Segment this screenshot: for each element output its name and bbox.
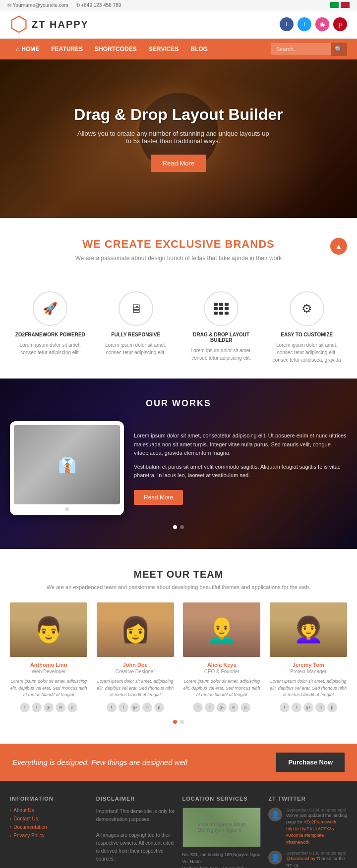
team4-linkedin-icon[interactable]: in [315, 703, 325, 712]
twitter-icon[interactable]: t [298, 17, 311, 31]
team-member-3: 👨‍🦲 Alicia Keys CEO & Founder Lorem ipsu… [183, 602, 260, 712]
tweet1-hashtag3[interactable]: #framework [286, 840, 309, 845]
svg-rect-1 [214, 303, 218, 306]
facebook-icon[interactable]: f [280, 17, 294, 31]
tweet1-link1[interactable]: #Zo2Framework [304, 819, 337, 824]
team1-pinterest-icon[interactable]: p [67, 703, 77, 712]
team1-google-icon[interactable]: g+ [44, 703, 54, 712]
nav-home[interactable]: ⌂ HOME [10, 39, 45, 59]
works-title: OUR WORKS [10, 398, 347, 409]
team2-linkedin-icon[interactable]: in [142, 703, 152, 712]
pinterest-icon[interactable]: p [333, 17, 347, 31]
team-name-2: John Doe [97, 662, 174, 668]
footer-map[interactable]: View on Google Maps169 Nguyen Ngoc V [182, 808, 261, 847]
brands-title-highlight: EXCLUSIVE [155, 238, 222, 250]
feature-dragdrop-icon [204, 291, 238, 326]
tweet1-avatar: 👤 [268, 808, 282, 821]
team-photo-img-3: 👨‍🦲 [183, 602, 260, 657]
feature-customize-title: EASY TO CUSTOMIZE [269, 332, 345, 337]
svg-rect-4 [214, 307, 218, 310]
scroll-top-button[interactable]: ▲ [330, 238, 347, 255]
team2-google-icon[interactable]: g+ [130, 703, 140, 712]
footer-link-docs[interactable]: Documentation [10, 824, 89, 830]
team2-pinterest-icon[interactable]: p [154, 703, 164, 712]
brands-subtitle: We are a passionate about design bunch o… [10, 255, 347, 262]
tweet1-link2[interactable]: http://zt.ly/PXUL6FTX3s [286, 826, 334, 831]
team1-linkedin-icon[interactable]: in [56, 703, 65, 712]
svg-rect-5 [219, 307, 223, 310]
team2-twitter-icon[interactable]: t [119, 703, 128, 712]
works-body2: Vestibulum et purus sit amet velit commo… [134, 463, 347, 480]
team4-facebook-icon[interactable]: f [280, 703, 290, 712]
flag-us[interactable] [341, 2, 350, 8]
works-dot-1[interactable] [173, 525, 177, 529]
hero-section: Drag & Drop Layout Builder Allows you to… [0, 59, 357, 218]
search-button[interactable]: 🔍 [331, 43, 347, 56]
feature-responsive-text: Lorem ipsum dolor sit amet, consec tetur… [98, 341, 174, 356]
team-title: MEET OUR TEAM [10, 569, 347, 580]
team3-twitter-icon[interactable]: t [205, 703, 215, 712]
hero-read-more-button[interactable]: Read More [151, 155, 206, 172]
team4-twitter-icon[interactable]: t [292, 703, 301, 712]
dribbble-icon[interactable]: ◉ [315, 17, 329, 31]
logo-text: ZT HAPPY [32, 19, 89, 30]
team1-twitter-icon[interactable]: t [32, 703, 42, 712]
team-name-1: Anthonio Linn [10, 662, 87, 668]
header: ZT HAPPY f t ◉ p [0, 10, 357, 39]
feature-zo2-title: ZO2FRAMEWORK POWERED [12, 332, 88, 337]
nav-blog[interactable]: BLOG [184, 39, 214, 59]
footer-link-contact[interactable]: Contact Us [10, 816, 89, 821]
language-flags [330, 2, 350, 8]
logo[interactable]: ZT HAPPY [10, 15, 89, 33]
works-pagination [10, 525, 347, 529]
search-input[interactable] [271, 43, 331, 55]
features-section: 🚀 ZO2FRAMEWORK POWERED Lorem ipsum dolor… [0, 281, 357, 379]
nav-services[interactable]: SERVICES [143, 39, 184, 59]
brands-title-pre: WE CREATE [82, 238, 155, 250]
tweet1-hashtag1[interactable]: #Joomla [286, 833, 303, 838]
team-page-dot-1[interactable] [173, 720, 177, 724]
nav-features[interactable]: FEATURES [45, 39, 89, 59]
footer-link-about[interactable]: About Us [10, 808, 89, 813]
feature-customize-text: Lorem ipsum dolor sit amet, consec tetur… [269, 341, 345, 364]
svg-rect-3 [225, 303, 229, 306]
feature-responsive-icon: 🖥 [119, 291, 153, 326]
feature-customize-icon: ⚙ [290, 291, 324, 326]
team-page-dot-2[interactable] [180, 720, 184, 724]
brands-title-post: BRANDS [221, 238, 274, 250]
purchase-now-button[interactable]: Purchase Now [276, 753, 345, 772]
team-members: 👨 Anthonio Linn Web Developer Lorem ipsu… [10, 602, 347, 712]
team-section: MEET OUR TEAM We are an experienced team… [0, 549, 357, 744]
flag-brazil[interactable] [330, 2, 339, 8]
svg-rect-2 [219, 303, 223, 306]
works-dot-2[interactable] [180, 525, 184, 529]
nav-shortcodes[interactable]: SHORTCODES [89, 39, 143, 59]
team2-facebook-icon[interactable]: f [107, 703, 117, 712]
works-read-more-button[interactable]: Read More [134, 490, 183, 505]
footer-link-privacy[interactable]: Privacy Policy [10, 833, 89, 838]
team-photo-1: 👨 [10, 602, 87, 657]
svg-marker-0 [12, 16, 26, 32]
team4-pinterest-icon[interactable]: p [327, 703, 337, 712]
hero-content: Drag & Drop Layout Builder Allows you to… [64, 96, 293, 182]
team-social-4: f t g+ in p [270, 703, 347, 712]
team1-facebook-icon[interactable]: f [20, 703, 30, 712]
tweet1-content: September 6 (34 minutes ago) We've just … [286, 808, 347, 846]
works-body1: Lorem ipsum dolor sit amet, consectetur … [134, 432, 347, 458]
tweet2-mention[interactable]: @karabrashay [286, 856, 315, 861]
team3-facebook-icon[interactable]: f [193, 703, 203, 712]
team4-google-icon[interactable]: g+ [303, 703, 313, 712]
header-social-icons: f t ◉ p [280, 17, 347, 31]
team3-google-icon[interactable]: g+ [217, 703, 227, 712]
team3-pinterest-icon[interactable]: p [240, 703, 250, 712]
brands-title: WE CREATE EXCLUSIVE BRANDS [10, 238, 347, 251]
footer-location-title: LOCATION SERVICES [182, 796, 261, 802]
cta-text: Everything is designed. Few things are d… [12, 758, 187, 766]
team3-linkedin-icon[interactable]: in [229, 703, 238, 712]
tweet1-hashtag2[interactable]: #template [304, 833, 324, 838]
footer-map-image: View on Google Maps169 Nguyen Ngoc V [183, 808, 261, 847]
tablet-home-button [65, 507, 69, 511]
team-role-1: Web Developer [10, 669, 87, 674]
feature-dragdrop: DRAG & DROP LAYOUT BUILDER Lorem ipsum d… [183, 291, 259, 364]
team-name-4: Jeremy Tom [270, 662, 347, 668]
